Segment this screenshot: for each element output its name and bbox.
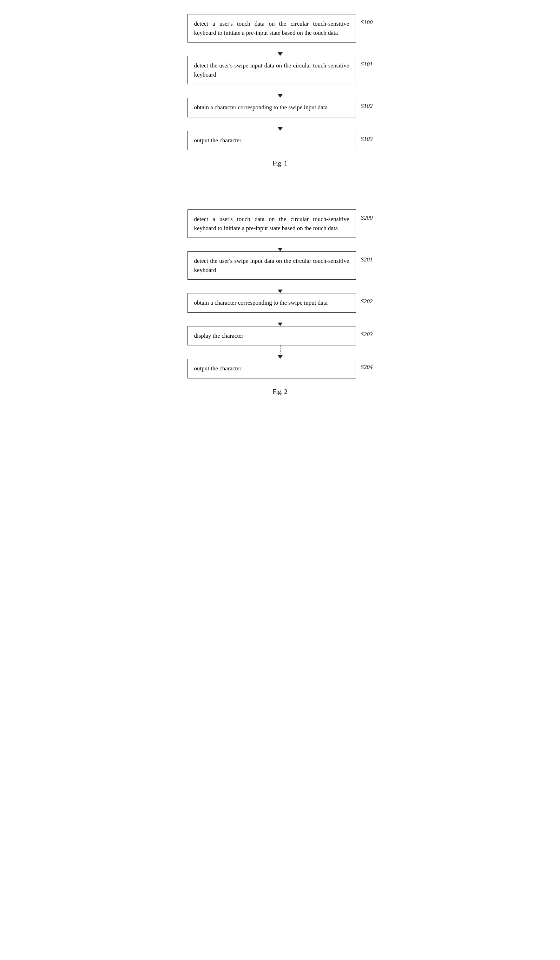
box-s203-text: display the character — [194, 333, 244, 339]
step-row-s103: output the character S103 — [157, 131, 403, 150]
label-s202: S202 — [361, 298, 373, 305]
step-row-s102: obtain a character corresponding to the … — [157, 98, 403, 117]
arrow-s102-s103 — [278, 117, 282, 131]
box-s103: output the character — [187, 131, 356, 150]
label-s101: S101 — [361, 61, 373, 68]
arrow-line — [280, 84, 281, 94]
arrow-s100-s101 — [278, 43, 282, 56]
step-row-s200: detect a user's touch data on the circul… — [157, 210, 403, 238]
svg-marker-1 — [278, 355, 282, 359]
flowchart-1: detect a user's touch data on the circul… — [157, 14, 403, 150]
box-s101: detect the user's swipe input data on th… — [187, 56, 356, 84]
step-row-s203: display the character S203 — [157, 326, 403, 346]
spacer — [157, 188, 403, 210]
step-row-s201: detect the user's swipe input data on th… — [157, 251, 403, 280]
arrow-s101-s102 — [278, 84, 282, 98]
arrow-line — [280, 43, 281, 52]
arrow-line — [280, 280, 281, 290]
box-s202-text: obtain a character corresponding to the … — [194, 299, 327, 306]
box-s203: display the character — [187, 326, 356, 346]
step-row-s204: output the character S204 — [157, 359, 403, 378]
box-s204: output the character — [187, 359, 356, 378]
arrow-line — [280, 238, 281, 248]
box-s204-text: output the character — [194, 365, 242, 372]
flowchart-2: detect a user's touch data on the circul… — [157, 210, 403, 378]
box-s103-text: output the character — [194, 137, 242, 144]
arrow-s201-s202 — [278, 280, 282, 293]
box-s101-text: detect the user's swipe input data on th… — [194, 62, 349, 78]
arrow-s200-s201 — [278, 238, 282, 251]
label-s201: S201 — [361, 256, 373, 263]
box-s102-text: obtain a character corresponding to the … — [194, 104, 327, 111]
label-s204: S204 — [361, 364, 373, 371]
box-s202: obtain a character corresponding to the … — [187, 293, 356, 313]
label-s203: S203 — [361, 331, 373, 338]
arrow-line — [280, 313, 281, 323]
arrow-head — [278, 127, 282, 131]
arrow-head — [278, 52, 282, 56]
box-s102: obtain a character corresponding to the … — [187, 98, 356, 117]
arrow-head — [278, 94, 282, 98]
arrow-s203-s204 — [278, 346, 283, 359]
step-row-s202: obtain a character corresponding to the … — [157, 293, 403, 313]
fig2-caption: Fig. 2 — [273, 388, 287, 396]
label-s103: S103 — [361, 136, 373, 142]
box-s201-text: detect the user's swipe input data on th… — [194, 258, 349, 274]
box-s200: detect a user's touch data on the circul… — [187, 210, 356, 238]
arrow-head — [278, 248, 282, 251]
label-s100: S100 — [361, 19, 373, 26]
box-s100: detect a user's touch data on the circul… — [187, 14, 356, 43]
box-s100-text: detect a user's touch data on the circul… — [194, 20, 349, 36]
step-row-s100: detect a user's touch data on the circul… — [157, 14, 403, 43]
arrow-line — [280, 117, 281, 127]
arrow-head — [278, 290, 282, 293]
arrow-head — [278, 323, 282, 326]
box-s200-text: detect a user's touch data on the circul… — [194, 216, 349, 232]
label-s200: S200 — [361, 214, 373, 221]
dashed-arrow-svg — [278, 346, 283, 359]
step-row-s101: detect the user's swipe input data on th… — [157, 56, 403, 84]
figure-1: detect a user's touch data on the circul… — [157, 14, 403, 167]
arrow-s202-s203 — [278, 313, 282, 326]
figure-2: detect a user's touch data on the circul… — [157, 210, 403, 396]
fig1-caption: Fig. 1 — [273, 160, 287, 167]
label-s102: S102 — [361, 102, 373, 110]
box-s201: detect the user's swipe input data on th… — [187, 251, 356, 280]
